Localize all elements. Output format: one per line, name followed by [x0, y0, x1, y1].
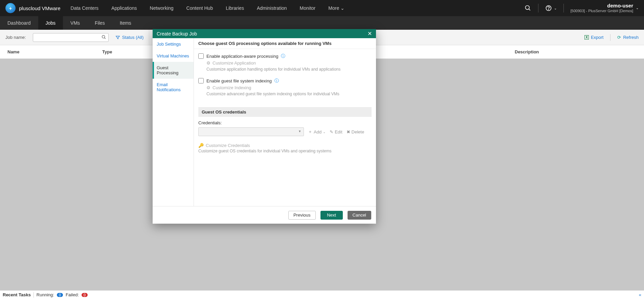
dialog-title: Create Backup Job — [157, 31, 197, 36]
gear-icon: ⚙ — [206, 85, 210, 90]
enable-indexing-label: Enable guest file system indexing — [206, 78, 272, 83]
customize-indexing-link: ⚙ Customize Indexing — [206, 85, 372, 90]
delete-credentials-button[interactable]: ✖ Delete — [347, 129, 364, 134]
x-icon: ✖ — [347, 129, 350, 134]
previous-button[interactable]: Previous — [288, 211, 316, 220]
enable-app-aware-label: Enable application-aware processing — [206, 54, 278, 59]
step-guest-processing[interactable]: Guest Processing — [153, 62, 194, 79]
customize-application-desc: Customize application handling options f… — [206, 67, 372, 72]
step-email-notifications[interactable]: Email Notifications — [153, 79, 194, 96]
close-icon[interactable]: ✕ — [368, 30, 372, 37]
customize-credentials-desc: Customize guest OS credentials for indiv… — [198, 149, 372, 153]
plus-icon: ＋ — [308, 129, 312, 135]
customize-application-link: ⚙ Customize Application — [206, 60, 372, 66]
enable-indexing-checkbox[interactable] — [198, 78, 204, 83]
add-credentials-button[interactable]: ＋ Add ⌄ — [308, 129, 326, 135]
info-icon[interactable]: ⓘ — [281, 53, 285, 59]
step-virtual-machines[interactable]: Virtual Machines — [153, 50, 194, 62]
step-job-settings[interactable]: Job Settings — [153, 38, 194, 50]
key-icon: 🔑 — [198, 143, 204, 148]
chevron-down-icon: ⌄ — [323, 130, 326, 134]
enable-app-aware-checkbox[interactable] — [198, 53, 204, 59]
credentials-select[interactable] — [198, 127, 304, 136]
cancel-button[interactable]: Cancel — [348, 211, 371, 220]
gear-icon: ⚙ — [206, 60, 210, 66]
customize-credentials-link: 🔑 Customize Credentials — [198, 143, 372, 148]
pencil-icon: ✎ — [330, 129, 333, 134]
customize-indexing-desc: Customize advanced guest file system ind… — [206, 92, 372, 96]
info-icon[interactable]: ⓘ — [274, 78, 279, 84]
create-backup-job-dialog: Create Backup Job ✕ Job Settings Virtual… — [153, 29, 376, 224]
guest-os-credentials-heading: Guest OS credentials — [198, 107, 372, 117]
credentials-label: Credentials: — [198, 120, 372, 125]
next-button[interactable]: Next — [320, 211, 343, 220]
edit-credentials-button[interactable]: ✎ Edit — [330, 129, 342, 134]
section-heading: Choose guest OS processing options avail… — [194, 38, 376, 49]
